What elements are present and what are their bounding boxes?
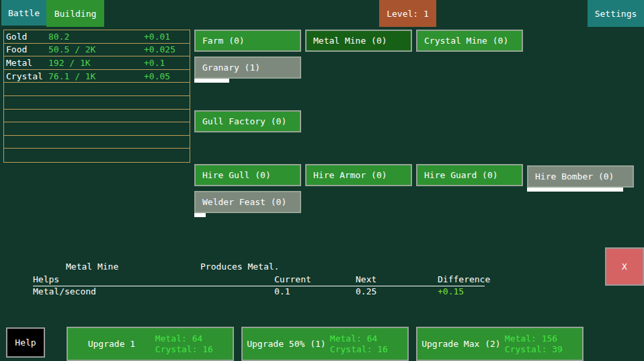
resource-name: Gold: [6, 32, 48, 42]
info-row-current: 0.1: [274, 286, 290, 296]
resource-row-metal: Metal 192 / 1K +0.1: [4, 56, 190, 70]
farm-button-label: Farm (0): [196, 36, 245, 46]
hire-bomber-progress-fill: [527, 188, 623, 192]
settings-button[interactable]: Settings: [588, 0, 644, 27]
resource-rate: +0.05: [144, 71, 190, 81]
level-indicator: Level: 1: [379, 0, 436, 27]
info-row-helps: Metal/second: [33, 286, 96, 296]
info-row-difference: +0.15: [438, 286, 464, 296]
granary-button[interactable]: Granary (1): [194, 56, 301, 79]
upgrade-1-costs: Metal: 64 Crystal: 16: [155, 333, 233, 355]
info-table-header: Helps Current Next Difference: [33, 274, 485, 286]
resource-row-empty: [4, 122, 190, 136]
upgrade-1-label: Upgrade 1: [68, 339, 155, 349]
close-icon: X: [622, 262, 627, 272]
resource-name: Food: [6, 44, 48, 54]
hire-gull-button-label: Hire Gull (0): [196, 170, 271, 180]
resource-rate: +0.025: [144, 44, 190, 54]
resource-row-crystal: Crystal 76.1 / 1K +0.05: [4, 70, 190, 83]
welder-feast-progress-fill: [194, 213, 206, 217]
upgrade-1-cost-crystal: Crystal: 16: [155, 344, 213, 354]
resource-value: 50.5 / 2K: [48, 44, 144, 54]
resource-row-gold: Gold 80.2 +0.01: [4, 30, 190, 44]
resource-rate: +0.01: [144, 32, 190, 42]
hire-gull-button[interactable]: Hire Gull (0): [194, 164, 301, 186]
upgrade-50pct-label: Upgrade 50% (1): [243, 339, 330, 349]
resource-table: Gold 80.2 +0.01 Food 50.5 / 2K +0.025 Me…: [3, 30, 190, 163]
hire-armor-button[interactable]: Hire Armor (0): [305, 164, 412, 186]
resource-row-empty: [4, 136, 190, 149]
info-header-next: Next: [356, 274, 376, 284]
level-label: Level: 1: [387, 9, 429, 19]
resource-value: 192 / 1K: [48, 58, 144, 68]
help-button[interactable]: Help: [6, 327, 45, 358]
upgrade-50pct-button[interactable]: Upgrade 50% (1) Metal: 64 Crystal: 16: [241, 327, 409, 361]
upgrade-1-cost-metal: Metal: 64: [155, 333, 202, 344]
resource-value: 80.2: [48, 32, 144, 42]
upgrade-50pct-costs: Metal: 64 Crystal: 16: [330, 333, 407, 355]
hire-armor-button-label: Hire Armor (0): [307, 170, 387, 180]
crystal-mine-button[interactable]: Crystal Mine (0): [416, 30, 523, 52]
metal-mine-button[interactable]: Metal Mine (0): [305, 30, 412, 52]
welder-feast-button-label: Welder Feast (0): [196, 197, 286, 207]
hire-guard-button[interactable]: Hire Guard (0): [416, 164, 523, 186]
resource-row-empty: [4, 110, 190, 123]
hire-bomber-progress-bar: [527, 188, 634, 192]
upgrade-max-cost-crystal: Crystal: 39: [505, 344, 563, 354]
metal-mine-button-label: Metal Mine (0): [307, 36, 387, 46]
upgrade-50pct-cost-metal: Metal: 64: [330, 333, 377, 344]
tab-battle-label: Battle: [8, 8, 40, 18]
crystal-mine-button-label: Crystal Mine (0): [417, 36, 508, 46]
info-panel-title: Metal Mine: [66, 262, 118, 272]
info-table-row: Metal/second 0.1 0.25 +0.15: [33, 286, 485, 296]
granary-progress-bar: [194, 79, 301, 83]
info-row-next: 0.25: [356, 286, 376, 296]
close-button[interactable]: X: [605, 247, 644, 286]
hire-guard-button-label: Hire Guard (0): [417, 170, 498, 180]
info-header-current: Current: [274, 274, 311, 284]
welder-feast-progress-bar: [194, 213, 301, 217]
tab-building-label: Building: [54, 9, 97, 19]
settings-label: Settings: [595, 9, 637, 19]
tab-building[interactable]: Building: [46, 0, 104, 27]
upgrade-50pct-cost-crystal: Crystal: 16: [330, 344, 388, 354]
hire-bomber-button[interactable]: Hire Bomber (0): [527, 165, 634, 188]
resource-row-empty: [4, 96, 190, 110]
upgrade-max-button[interactable]: Upgrade Max (2) Metal: 156 Crystal: 39: [416, 327, 583, 361]
info-header-difference: Difference: [438, 274, 490, 284]
granary-progress-fill: [194, 79, 229, 83]
help-button-label: Help: [15, 337, 36, 348]
resource-row-empty: [4, 149, 190, 162]
tab-battle[interactable]: Battle: [1, 0, 46, 26]
info-panel-description: Produces Metal.: [200, 262, 279, 272]
upgrade-max-costs: Metal: 156 Crystal: 39: [505, 333, 582, 355]
info-header-helps: Helps: [33, 274, 59, 284]
resource-name: Crystal: [6, 71, 48, 81]
welder-feast-button[interactable]: Welder Feast (0): [194, 191, 301, 213]
granary-button-label: Granary (1): [196, 63, 260, 73]
upgrade-max-label: Upgrade Max (2): [417, 339, 505, 349]
gull-factory-button[interactable]: Gull Factory (0): [194, 110, 301, 132]
resource-row-food: Food 50.5 / 2K +0.025: [4, 44, 190, 57]
upgrade-1-button[interactable]: Upgrade 1 Metal: 64 Crystal: 16: [67, 327, 234, 361]
resource-name: Metal: [6, 58, 48, 68]
resource-rate: +0.1: [144, 58, 190, 68]
hire-bomber-button-label: Hire Bomber (0): [528, 171, 614, 182]
resource-row-empty: [4, 83, 190, 96]
upgrade-max-cost-metal: Metal: 156: [505, 333, 557, 344]
gull-factory-button-label: Gull Factory (0): [196, 116, 286, 126]
farm-button[interactable]: Farm (0): [194, 30, 301, 52]
resource-value: 76.1 / 1K: [48, 71, 144, 81]
